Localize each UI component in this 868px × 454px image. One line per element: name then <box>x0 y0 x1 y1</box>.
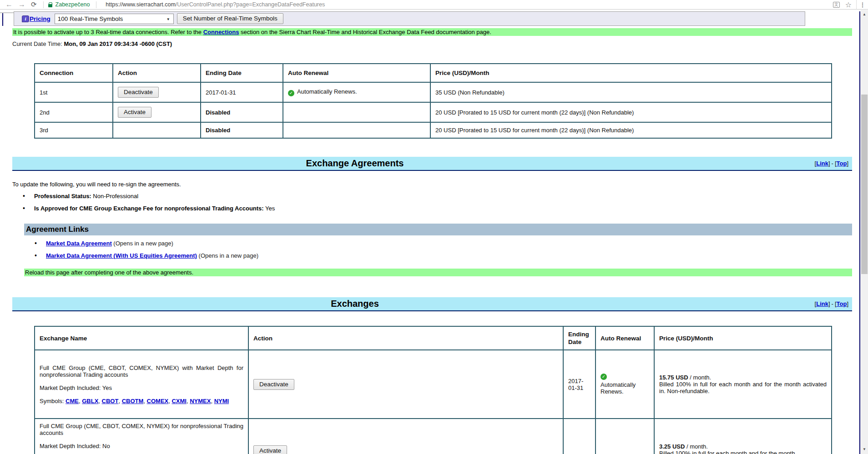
connection-name: 1st <box>35 82 113 102</box>
deactivate-exchange-button[interactable]: Deactivate <box>253 379 294 390</box>
connections-table: Connection Action Ending Date Auto Renew… <box>34 63 832 139</box>
exchanges-table: Exchange Name Action Ending Date Auto Re… <box>34 326 832 454</box>
url-path: /UserControlPanel.php?page=ExchangeDataF… <box>176 1 325 8</box>
exchange-row-cme: Full CME Group (CME, CBOT, COMEX, NYMEX)… <box>35 419 832 454</box>
col-connection: Connection <box>35 64 113 82</box>
price-unit: / month. <box>685 443 708 450</box>
back-icon[interactable] <box>5 0 13 9</box>
symbol-link-cxmi[interactable]: CXMI <box>172 398 187 404</box>
agreement-links-list: Market Data Agreement (Opens in a new pa… <box>33 240 258 264</box>
scrollbar-thumb[interactable] <box>861 95 868 274</box>
section-link-anchor[interactable]: Link <box>816 300 828 307</box>
connections-table-header-row: Connection Action Ending Date Auto Renew… <box>35 64 832 82</box>
secure-badge[interactable]: Zabezpečeno <box>56 1 90 8</box>
address-bar-url[interactable]: https://www.sierrachart.com/UserControlP… <box>106 1 325 8</box>
bookmark-star-icon[interactable] <box>845 1 852 9</box>
notice-text: section on the Sierra Chart Real-Time an… <box>239 29 491 35</box>
auto-renewal-cell <box>283 122 430 138</box>
symbol-link-nymi[interactable]: NYMI <box>214 398 229 404</box>
section-top-anchor[interactable]: Top <box>837 300 847 307</box>
symbol-link-cme[interactable]: CME <box>66 398 79 404</box>
pricing-link[interactable]: Pricing <box>30 15 50 22</box>
list-item: Is Approved for CME Group Exchange Fee f… <box>21 205 275 212</box>
real-time-symbols-select[interactable]: 100 Real-Time Symbols <box>55 14 174 24</box>
vertical-scrollbar[interactable] <box>861 10 868 454</box>
frame-line-left <box>2 13 3 26</box>
translate-icon[interactable] <box>833 2 840 8</box>
symbol-link-gblx[interactable]: GBLX <box>82 398 98 404</box>
exchange-name: Full CME Group (CME, CBOT, COMEX, NYMEX)… <box>40 364 243 378</box>
section-links: LinkTop <box>697 300 852 307</box>
symbol-link-cbotm[interactable]: CBOTM <box>122 398 144 404</box>
frame-line-right <box>859 11 860 454</box>
reload-notice: Reload this page after completing one of… <box>24 269 852 276</box>
section-link-anchor[interactable]: Link <box>816 160 828 167</box>
auto-renewal-cell: Automatically Renews. <box>283 82 430 102</box>
col-auto-renewal: Auto Renewal <box>595 326 654 350</box>
market-data-agreement-link[interactable]: Market Data Agreement <box>46 240 112 247</box>
scroll-up-icon[interactable] <box>861 11 868 18</box>
agreement-status-list: Professional Status: Non-Professional Is… <box>21 193 275 217</box>
pricing-toolbar: Pricing 100 Real-Time Symbols Set Number… <box>14 11 805 26</box>
col-price: Price (USD)/Month <box>654 326 832 350</box>
ending-date: Disabled <box>201 122 283 138</box>
real-time-symbols-select-value: 100 Real-Time Symbols <box>58 15 123 22</box>
forward-icon[interactable] <box>18 0 25 9</box>
symbol-link-comex[interactable]: COMEX <box>147 398 169 404</box>
col-ending-date: Ending Date <box>201 64 283 82</box>
scroll-down-icon[interactable] <box>861 446 868 453</box>
market-data-agreement-us-equities-link[interactable]: Market Data Agreement (With US Equities … <box>46 252 197 259</box>
price-cell: 20 USD [Prorated to 15 USD for current m… <box>430 102 832 122</box>
activate-connection-button[interactable]: Activate <box>118 107 151 118</box>
screen: Zabezpečeno https://www.sierrachart.com/… <box>0 0 868 454</box>
status-value: Yes <box>265 205 275 212</box>
section-top-anchor[interactable]: Top <box>837 160 847 167</box>
chrome-right-controls <box>833 0 868 10</box>
price-detail: Billed 100% in full for each month and f… <box>659 450 827 454</box>
symbols-line: Symbols: CMEGBLXCBOTCBOTMCOMEXCXMINYMEXN… <box>40 398 243 404</box>
info-icon[interactable] <box>22 15 29 22</box>
exchanges-table-header-row: Exchange Name Action Ending Date Auto Re… <box>35 326 832 350</box>
exchange-row-cme-depth: Full CME Group (CME, CBOT, COMEX, NYMEX)… <box>35 350 832 419</box>
market-depth-included: Market Depth Included: Yes <box>40 384 243 391</box>
price-detail: Billed 100% in full for each month and f… <box>659 381 827 394</box>
select-caret-icon <box>167 17 170 21</box>
col-ending-date: Ending Date <box>563 326 595 350</box>
deactivate-connection-button[interactable]: Deactivate <box>118 87 159 98</box>
check-icon <box>601 374 607 380</box>
browser-menu-icon[interactable] <box>859 1 866 8</box>
section-title: Exchanges <box>12 299 697 309</box>
reload-icon[interactable] <box>31 0 37 9</box>
notice-text: It is possible to activate up to 3 Real-… <box>13 29 203 35</box>
current-date-time-value: Mon, 09 Jan 2017 09:34:34 -0600 (CST) <box>64 40 172 47</box>
auto-renewal-text: Automatically Renews. <box>297 88 357 95</box>
connections-link[interactable]: Connections <box>203 29 239 35</box>
check-icon <box>288 90 294 96</box>
link-suffix: (Opens in a new page) <box>199 252 259 259</box>
col-exchange-name: Exchange Name <box>35 326 248 350</box>
connection-row-3rd: 3rd Disabled 20 USD [Prorated to 15 USD … <box>35 122 832 138</box>
set-number-of-symbols-button[interactable]: Set Number of Real-Time Symbols <box>177 13 283 24</box>
auto-renewal-cell <box>595 419 654 454</box>
activate-exchange-button[interactable]: Activate <box>253 445 287 454</box>
ending-date-cell <box>563 419 595 454</box>
price-cell: 15.75 USD / month. Billed 100% in full f… <box>654 350 832 419</box>
price-cell: 35 USD (Non Refundable) <box>430 82 832 102</box>
symbol-link-nymex[interactable]: NYMEX <box>190 398 211 404</box>
action-cell: Deactivate <box>248 350 563 419</box>
exchange-name-cell: Full CME Group (CME, CBOT, COMEX, NYMEX)… <box>35 419 248 454</box>
symbol-link-cbot[interactable]: CBOT <box>102 398 119 404</box>
ending-date-cell: 2017-01-31 <box>563 350 595 419</box>
agreements-intro: To update the following, you will need t… <box>12 181 181 188</box>
lock-icon[interactable] <box>48 4 52 7</box>
auto-renewal-cell: Automatically Renews. <box>595 350 654 419</box>
ending-date: Disabled <box>201 102 283 122</box>
price-amount: 3.25 USD <box>659 443 685 450</box>
connections-notice: It is possible to activate up to 3 Real-… <box>12 28 852 36</box>
address-bar-divider <box>43 1 44 8</box>
browser-chrome: Zabezpečeno https://www.sierrachart.com/… <box>0 0 868 10</box>
symbols-label: Symbols: <box>40 398 64 404</box>
section-links: LinkTop <box>697 160 852 167</box>
exchange-agreements-header: Exchange Agreements LinkTop <box>12 157 852 171</box>
market-depth-included: Market Depth Included: No <box>40 443 243 449</box>
